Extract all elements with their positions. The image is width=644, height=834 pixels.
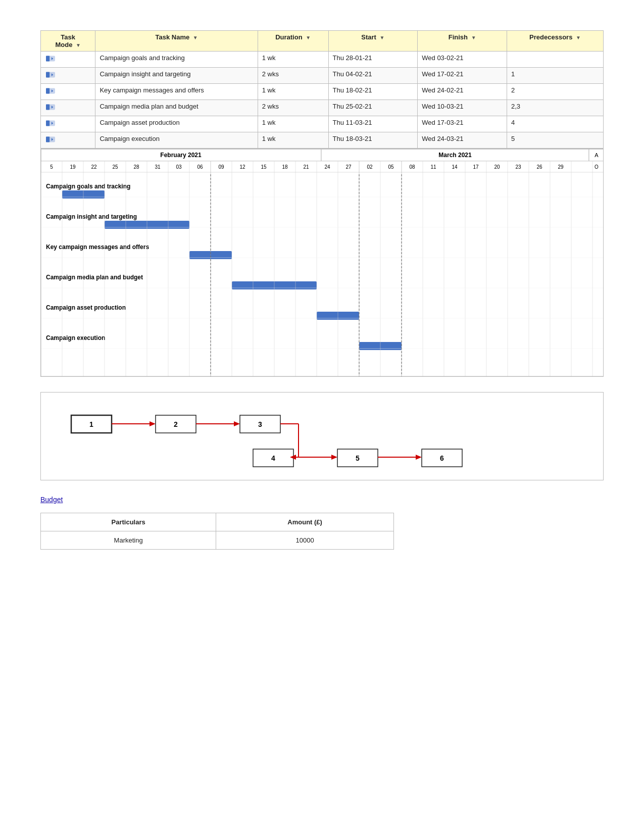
task-mode-cell [41, 68, 95, 84]
task-name-cell: Campaign execution [95, 132, 258, 149]
svg-text:26: 26 [536, 164, 542, 170]
col-header-task-mode: TaskMode ▼ [41, 31, 95, 52]
svg-text:6: 6 [440, 454, 444, 462]
finish-cell: Wed 03-02-21 [418, 52, 507, 68]
sort-arrow-mode: ▼ [76, 42, 81, 48]
svg-text:Campaign insight and targeting: Campaign insight and targeting [46, 213, 137, 220]
pred-cell [507, 52, 604, 68]
col-header-finish: Finish ▼ [418, 31, 507, 52]
start-cell: Thu 25-02-21 [328, 100, 418, 116]
svg-text:29: 29 [558, 164, 564, 170]
svg-marker-96 [150, 421, 156, 426]
task-mode-cell [41, 116, 95, 132]
network-diagram-svg: 1 2 3 4 5 6 [56, 403, 612, 481]
table-row: Campaign media plan and budget2 wksThu 2… [41, 100, 604, 116]
pred-cell: 2,3 [507, 100, 604, 116]
svg-text:20: 20 [494, 164, 500, 170]
svg-text:31: 31 [155, 164, 161, 170]
budget-particulars: Marketing [41, 531, 216, 550]
duration-cell: 1 wk [258, 52, 328, 68]
task-mode-icon [45, 70, 56, 79]
svg-marker-100 [234, 421, 240, 426]
svg-text:Campaign goals and tracking: Campaign goals and tracking [46, 183, 130, 190]
svg-text:Campaign asset production: Campaign asset production [46, 304, 126, 311]
svg-text:4: 4 [271, 454, 275, 462]
budget-col-particulars: Particulars [41, 513, 216, 531]
task-mode-icon [45, 103, 56, 112]
svg-text:11: 11 [430, 164, 436, 170]
svg-marker-114 [416, 455, 422, 460]
budget-col-amount: Amount (£) [216, 513, 394, 531]
svg-text:Campaign media plan and budget: Campaign media plan and budget [46, 274, 143, 281]
svg-text:19: 19 [70, 164, 76, 170]
svg-text:09: 09 [218, 164, 224, 170]
svg-text:17: 17 [473, 164, 479, 170]
table-row: Campaign execution1 wkThu 18-03-21Wed 24… [41, 132, 604, 149]
svg-text:21: 21 [303, 164, 309, 170]
duration-cell: 2 wks [258, 100, 328, 116]
budget-amount: 10000 [216, 531, 394, 550]
svg-text:24: 24 [324, 164, 330, 170]
task-name-cell: Campaign media plan and budget [95, 100, 258, 116]
svg-marker-110 [331, 455, 337, 460]
task-name-cell: Campaign asset production [95, 116, 258, 132]
svg-text:12: 12 [239, 164, 245, 170]
task-mode-cell [41, 132, 95, 149]
svg-text:O: O [595, 164, 599, 170]
svg-text:23: 23 [515, 164, 521, 170]
svg-text:A: A [595, 152, 599, 158]
col-header-task-name: Task Name ▼ [95, 31, 258, 52]
table-row: Campaign insight and targeting2 wksThu 0… [41, 68, 604, 84]
svg-text:5: 5 [356, 454, 360, 462]
sort-arrow-name: ▼ [193, 35, 198, 40]
svg-rect-1 [46, 56, 49, 62]
budget-link[interactable]: Budget [40, 496, 604, 504]
col-header-start: Start ▼ [328, 31, 418, 52]
svg-text:15: 15 [261, 164, 267, 170]
svg-text:Campaign execution: Campaign execution [46, 334, 105, 341]
svg-text:06: 06 [197, 164, 203, 170]
svg-text:3: 3 [258, 420, 262, 428]
col-header-predecessors: Predecessors ▼ [507, 31, 604, 52]
table-row: Campaign goals and tracking1 wkThu 28-01… [41, 52, 604, 68]
duration-cell: 1 wk [258, 132, 328, 149]
svg-text:February 2021: February 2021 [160, 152, 202, 159]
finish-cell: Wed 17-02-21 [418, 68, 507, 84]
task-mode-cell [41, 84, 95, 100]
svg-rect-3 [46, 72, 49, 78]
start-cell: Thu 18-03-21 [328, 132, 418, 149]
svg-text:18: 18 [282, 164, 288, 170]
finish-cell: Wed 24-02-21 [418, 84, 507, 100]
svg-text:1: 1 [89, 420, 93, 428]
svg-text:25: 25 [112, 164, 118, 170]
task-name-cell: Key campaign messages and offers [95, 84, 258, 100]
svg-text:Key campaign messages and offe: Key campaign messages and offers [46, 243, 149, 251]
table-row: Key campaign messages and offers1 wkThu … [41, 84, 604, 100]
svg-text:27: 27 [345, 164, 352, 170]
svg-text:5: 5 [50, 164, 53, 170]
svg-text:2: 2 [174, 420, 178, 428]
duration-cell: 1 wk [258, 116, 328, 132]
start-cell: Thu 28-01-21 [328, 52, 418, 68]
gantt-table: TaskMode ▼ Task Name ▼ Duration ▼ Start … [40, 30, 604, 149]
finish-cell: Wed 10-03-21 [418, 100, 507, 116]
svg-text:03: 03 [176, 164, 182, 170]
sort-arrow-duration: ▼ [306, 35, 311, 40]
svg-text:05: 05 [388, 164, 394, 170]
budget-section: Budget Particulars Amount (£) Marketing1… [40, 496, 604, 550]
svg-rect-7 [46, 105, 49, 110]
sort-arrow-start: ▼ [380, 35, 385, 40]
task-mode-icon [45, 135, 56, 144]
col-header-duration: Duration ▼ [258, 31, 328, 52]
svg-rect-11 [46, 137, 49, 142]
svg-text:02: 02 [367, 164, 373, 170]
gantt-chart-container: February 2021 March 2021 A Campaign goal… [40, 149, 604, 377]
task-mode-icon [45, 86, 56, 95]
table-row: Campaign asset production1 wkThu 11-03-2… [41, 116, 604, 132]
duration-cell: 1 wk [258, 84, 328, 100]
network-diagram-container: 1 2 3 4 5 6 [40, 392, 604, 480]
pred-cell: 5 [507, 132, 604, 149]
finish-cell: Wed 24-03-21 [418, 132, 507, 149]
task-name-cell: Campaign insight and targeting [95, 68, 258, 84]
svg-text:March 2021: March 2021 [438, 152, 472, 159]
